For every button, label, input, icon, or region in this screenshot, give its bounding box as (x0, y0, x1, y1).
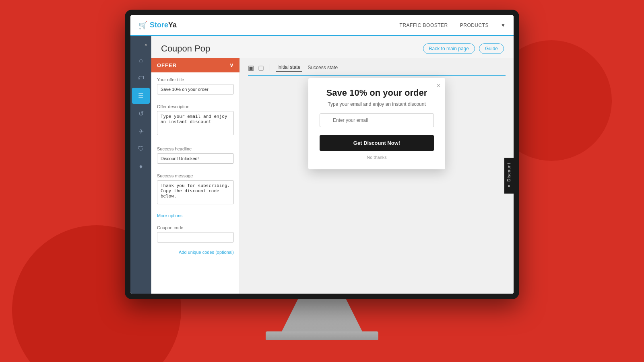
sidebar-item-rocket[interactable]: ✈ (132, 123, 150, 139)
add-unique-codes-link[interactable]: Add unique codes (optional) (151, 247, 239, 257)
logo-icon: 🛒 (138, 21, 147, 30)
offer-title-label: Your offer title (157, 77, 234, 82)
sidebar-item-home[interactable]: ⌂ (132, 52, 150, 68)
coupon-code-section: Coupon code (151, 220, 239, 247)
popup-no-thanks[interactable]: No thanks (320, 155, 434, 160)
offer-label: OFFER (157, 62, 177, 68)
page-title: Coupon Pop (161, 43, 210, 54)
coupon-code-label: Coupon code (157, 225, 234, 230)
sidebar-item-shield[interactable]: 🛡 (132, 141, 150, 157)
success-message-section: Success message Thank you for subscribin… (151, 169, 239, 211)
sidebar-item-diamond[interactable]: ♦ (132, 158, 150, 175)
desktop-view-icon[interactable]: ▣ (248, 64, 254, 72)
list-icon: ☰ (138, 92, 144, 100)
sidebar-item-refresh[interactable]: ↺ (132, 105, 150, 121)
header-buttons: Back to main page Guide (423, 43, 504, 54)
rocket-icon: ✈ (138, 128, 144, 135)
main-content: » ⌂ 🏷 ☰ ↺ ✈ (130, 36, 514, 294)
top-nav: 🛒 StoreStoreYaYa TRAFFIC BOOSTER PRODUCT… (130, 15, 514, 36)
left-panel: OFFER ∨ Your offer title Offer descripti… (151, 58, 240, 294)
home-icon: ⌂ (139, 57, 143, 64)
more-options-link[interactable]: More options (151, 211, 239, 220)
shield-icon: 🛡 (138, 145, 144, 152)
popup-email-wrapper: ✉ (320, 113, 434, 131)
nav-dropdown[interactable]: ▼ (501, 23, 506, 28)
sidebar: » ⌂ 🏷 ☰ ↺ ✈ (130, 36, 151, 294)
popup-cta-button[interactable]: Get Discount Now! (320, 135, 434, 151)
discount-tab-label: Discount (507, 163, 511, 182)
page-area: Coupon Pop Back to main page Guide OFFER (151, 36, 514, 294)
initial-state-tab[interactable]: Initial state (276, 64, 302, 72)
nav-links: TRAFFIC BOOSTER PRODUCTS ▼ (400, 23, 506, 28)
preview-toolbar: ▣ ▢ Initial state Success state (248, 64, 506, 76)
offer-desc-label: Offer description (157, 104, 234, 109)
mobile-view-icon[interactable]: ▢ (258, 64, 264, 72)
monitor-base (266, 331, 378, 340)
popup-title: Save 10% on your order (320, 88, 434, 98)
right-panel: ▣ ▢ Initial state Success state × Save 1… (240, 58, 514, 294)
discount-tab[interactable]: × Discount (504, 158, 514, 194)
nav-products[interactable]: PRODUCTS (460, 23, 489, 28)
success-state-tab[interactable]: Success state (306, 64, 339, 71)
page-header: Coupon Pop Back to main page Guide (151, 36, 514, 58)
popup-email-input[interactable] (320, 113, 434, 127)
back-to-main-button[interactable]: Back to main page (423, 43, 475, 54)
coupon-code-input[interactable] (157, 232, 234, 243)
tag-icon: 🏷 (138, 74, 144, 82)
preview-separator (270, 64, 270, 71)
discount-tab-close-icon[interactable]: × (507, 184, 511, 189)
monitor-shell: 🛒 StoreStoreYaYa TRAFFIC BOOSTER PRODUCT… (125, 10, 519, 299)
success-headline-label: Success headline (157, 146, 234, 151)
sidebar-toggle[interactable]: » (130, 40, 151, 49)
sidebar-toggle-icon: » (144, 42, 147, 47)
success-headline-section: Success headline (151, 142, 239, 169)
guide-button[interactable]: Guide (479, 43, 504, 54)
sidebar-item-list[interactable]: ☰ (132, 88, 150, 104)
success-headline-input[interactable] (157, 153, 234, 164)
logo-text: StoreStoreYaYa (150, 21, 177, 29)
diamond-icon: ♦ (139, 163, 142, 170)
success-message-label: Success message (157, 173, 234, 178)
content-row: OFFER ∨ Your offer title Offer descripti… (151, 58, 514, 294)
logo: 🛒 StoreStoreYaYa (138, 21, 400, 30)
popup-close-button[interactable]: × (437, 82, 440, 89)
success-message-textarea[interactable]: Thank you for subscribing. Copy the disc… (157, 180, 234, 204)
monitor-screen: 🛒 StoreStoreYaYa TRAFFIC BOOSTER PRODUCT… (130, 15, 514, 294)
refresh-icon: ↺ (138, 110, 144, 117)
popup-description: Type your email and enjoy an instant dis… (320, 101, 434, 107)
popup-preview: × Save 10% on your order Type your email… (308, 78, 445, 169)
sidebar-item-tag[interactable]: 🏷 (132, 70, 150, 86)
nav-traffic-booster[interactable]: TRAFFIC BOOSTER (400, 23, 448, 28)
offer-title-input[interactable] (157, 84, 234, 95)
offer-desc-section: Offer description Type your email and en… (151, 99, 239, 142)
monitor-stand (282, 299, 362, 331)
offer-header[interactable]: OFFER ∨ (151, 58, 239, 72)
offer-title-section: Your offer title (151, 72, 239, 99)
offer-desc-textarea[interactable]: Type your email and enjoy an instant dis… (157, 111, 234, 135)
offer-chevron-icon: ∨ (229, 62, 234, 68)
